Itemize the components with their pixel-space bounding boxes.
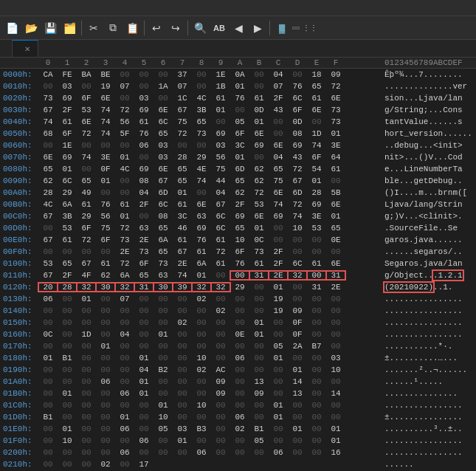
hex-byte[interactable]: 39 — [173, 283, 192, 292]
hex-byte[interactable]: 6F — [77, 224, 96, 233]
hex-byte[interactable]: 00 — [38, 224, 58, 233]
hex-byte[interactable]: 01 — [326, 212, 345, 221]
menu-tools[interactable] — [94, 7, 106, 10]
hex-byte[interactable]: 65 — [134, 271, 154, 280]
save-button[interactable]: 💾 — [41, 19, 59, 37]
hex-byte[interactable]: 00 — [192, 389, 211, 398]
hex-byte[interactable]: 00 — [211, 271, 230, 280]
hex-byte[interactable]: 0E — [230, 330, 249, 339]
hex-byte[interactable]: 6F — [134, 259, 154, 268]
hex-byte[interactable]: 00 — [77, 354, 96, 362]
hex-byte[interactable]: 00 — [58, 460, 77, 469]
hex-byte[interactable]: 00 — [249, 295, 269, 303]
hex-byte[interactable]: 00 — [230, 365, 249, 374]
hex-byte[interactable]: 0F — [96, 165, 115, 173]
hex-byte[interactable]: 61 — [211, 94, 230, 103]
hex-byte[interactable]: 00 — [192, 413, 211, 422]
redo-button[interactable]: ↪ — [167, 19, 184, 37]
hex-byte[interactable]: 37 — [173, 70, 192, 79]
hex-byte[interactable]: 00 — [269, 365, 288, 374]
hex-byte[interactable]: 73 — [326, 117, 345, 126]
hex-byte[interactable]: 61 — [115, 200, 134, 209]
hex-byte[interactable]: 00 — [115, 94, 134, 103]
hex-byte[interactable]: 56 — [211, 153, 230, 162]
hex-byte[interactable]: 07 — [173, 82, 192, 91]
hex-byte[interactable]: 03 — [154, 153, 173, 162]
hex-byte[interactable]: B1 — [38, 413, 58, 422]
hex-byte[interactable]: 00 — [211, 342, 230, 351]
table-row[interactable]: 0110h:672F4F626A656374010000312E320031g/… — [0, 269, 476, 281]
hex-byte[interactable]: 2E — [115, 247, 134, 256]
hex-byte[interactable]: 00 — [307, 413, 326, 422]
hex-byte[interactable]: 2E — [173, 259, 192, 268]
hex-byte[interactable]: 16 — [326, 448, 345, 457]
hex-byte[interactable]: 74 — [288, 212, 307, 221]
hex-byte[interactable]: 76 — [230, 259, 249, 268]
hex-byte[interactable]: 67 — [38, 106, 58, 114]
hex-byte[interactable]: 01 — [249, 224, 269, 233]
hex-byte[interactable]: 00 — [173, 295, 192, 303]
hex-byte[interactable]: 72 — [173, 129, 192, 138]
hex-byte[interactable]: 00 — [115, 306, 134, 315]
hex-byte[interactable]: 00 — [326, 306, 345, 315]
hex-byte[interactable]: 04 — [269, 70, 288, 79]
hex-byte[interactable]: 05 — [269, 342, 288, 351]
hex-byte[interactable]: 00 — [134, 413, 154, 422]
hex-byte[interactable]: 00 — [249, 306, 269, 315]
replace-button[interactable]: AB — [210, 19, 228, 37]
paste-button[interactable]: 📋 — [123, 19, 141, 37]
hex-byte[interactable]: 65 — [326, 224, 345, 233]
hex-byte[interactable]: 08 — [134, 176, 154, 185]
hex-byte[interactable]: 6E — [326, 200, 345, 209]
hex-byte[interactable]: 28 — [58, 283, 77, 292]
hex-byte[interactable]: 69 — [307, 200, 326, 209]
hex-byte[interactable]: 00 — [77, 342, 96, 351]
hex-byte[interactable]: 00 — [77, 306, 96, 315]
hex-byte[interactable]: 00 — [115, 365, 134, 374]
hex-byte[interactable]: 00 — [77, 247, 96, 256]
hex-byte[interactable]: 00 — [211, 330, 230, 339]
hex-byte[interactable]: 65 — [192, 117, 211, 126]
hex-byte[interactable]: 19 — [269, 295, 288, 303]
hex-byte[interactable]: 69 — [134, 165, 154, 173]
hex-byte[interactable]: 00 — [154, 389, 173, 398]
hex-byte[interactable]: 65 — [173, 176, 192, 185]
hex-byte[interactable]: 3B — [192, 106, 211, 114]
hex-byte[interactable]: 03 — [58, 82, 77, 91]
hex-byte[interactable]: 2A — [288, 342, 307, 351]
hex-byte[interactable]: 00 — [173, 365, 192, 374]
hex-byte[interactable]: 61 — [307, 94, 326, 103]
hex-byte[interactable]: 00 — [269, 424, 288, 433]
hex-byte[interactable]: 72 — [288, 165, 307, 173]
hex-byte[interactable]: 00 — [288, 247, 307, 256]
hex-byte[interactable]: 00 — [249, 70, 269, 79]
tab-segaros[interactable]: ✕ — [12, 40, 38, 57]
hex-byte[interactable]: 00 — [307, 377, 326, 386]
hex-byte[interactable]: 3E — [307, 212, 326, 221]
hex-byte[interactable]: 09 — [249, 389, 269, 398]
hex-byte[interactable]: 53 — [307, 224, 326, 233]
table-row[interactable]: 00C0h:673B29560100083C636C696E69743E01g;… — [0, 210, 476, 222]
hex-byte[interactable]: 00 — [134, 448, 154, 457]
hex-byte[interactable]: 72 — [211, 247, 230, 256]
new-button[interactable]: 📄 — [3, 19, 21, 37]
hex-byte[interactable]: 69 — [134, 106, 154, 114]
table-row[interactable]: 0180h:01B10000000100001000060001000003±.… — [0, 352, 476, 364]
hex-byte[interactable]: B3 — [192, 424, 211, 433]
cut-button[interactable]: ✂ — [85, 19, 103, 37]
hex-byte[interactable]: 00 — [269, 117, 288, 126]
hex-byte[interactable]: 00 — [154, 94, 173, 103]
hex-byte[interactable]: 00 — [77, 436, 96, 445]
hex-byte[interactable]: 10 — [288, 224, 307, 233]
hex-byte[interactable]: 01 — [115, 153, 134, 162]
hex-byte[interactable]: 67 — [38, 271, 58, 280]
open-button[interactable]: 📂 — [22, 19, 40, 37]
hex-byte[interactable]: 29 — [230, 283, 249, 292]
hex-byte[interactable]: 00 — [249, 82, 269, 91]
hex-byte[interactable]: 00 — [269, 436, 288, 445]
hex-byte[interactable]: 00 — [230, 436, 249, 445]
hex-byte[interactable]: 03 — [211, 141, 230, 150]
hex-byte[interactable]: 00 — [38, 141, 58, 150]
hex-byte[interactable]: 00 — [38, 82, 58, 91]
menu-search[interactable] — [24, 7, 35, 10]
